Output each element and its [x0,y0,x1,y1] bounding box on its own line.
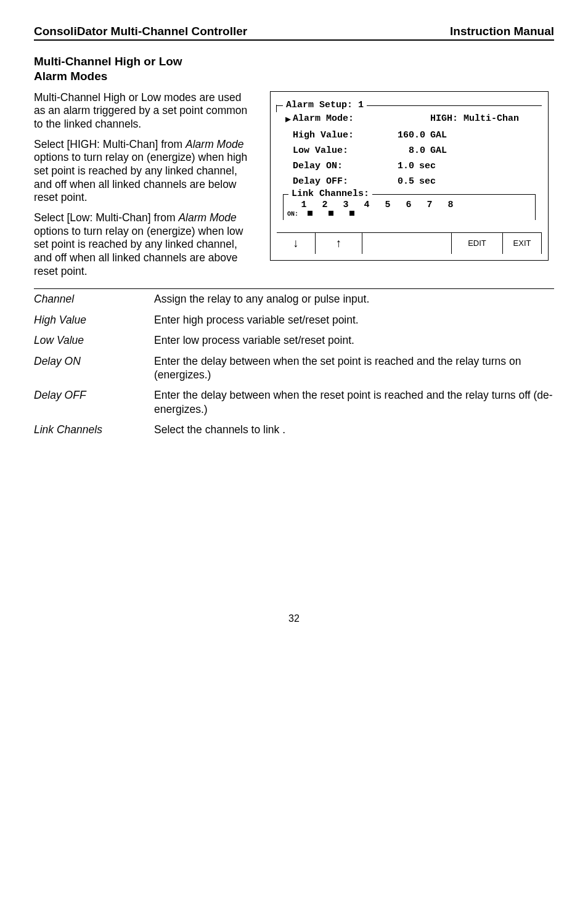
paragraph-3: Select [Low: Multi-Chan] from Alarm Mode… [34,211,253,278]
on-indicator-3 [341,210,362,218]
section-title-line1: Multi-Channel High or Low [34,54,554,69]
label-alarm-mode: Alarm Mode: [293,113,382,125]
def-term: High Value [34,313,154,327]
def-body: Enter the delay between when the set poi… [154,354,554,382]
unit-delay-on: sec [419,161,536,171]
channel-num-4: 4 [356,200,377,210]
body-text: Multi-Channel High or Low modes are used… [34,91,253,285]
on-indicator-2 [321,210,341,218]
on-indicators: ON: [287,210,531,218]
group-legend: Alarm Setup: 1 [283,100,367,110]
def-row-delay-off: Delay OFF Enter the delay between when t… [34,385,554,420]
lcd-display: Alarm Setup: 1 ▶ Alarm Mode: HIGH: Multi… [270,91,549,261]
channel-num-1: 1 [293,200,314,210]
def-row-link-channels: Link Channels Select the channels to lin… [34,420,554,440]
unit-high-value: GAL [430,130,536,141]
value-high-value: 160.0 [382,130,430,141]
def-term: Delay ON [34,354,154,368]
row-low-value: Low Value: 8.0 GAL [280,144,538,160]
def-body: Enter low process variable set/reset poi… [154,333,554,347]
link-channels-legend: Link Channels: [288,189,372,199]
definitions-list: Channel Assign the relay to any analog o… [34,289,554,440]
section-title: Multi-Channel High or Low Alarm Modes [34,54,554,84]
value-delay-off: 0.5 [382,176,419,187]
channel-num-7: 7 [419,200,440,210]
section-title-line2: Alarm Modes [34,69,554,84]
label-low-value: Low Value: [293,145,382,156]
channel-num-3: 3 [335,200,356,210]
link-channels-group: Link Channels: 12345678 ON: [283,194,536,220]
softkey-row: ↓ ↑ EDIT EXIT [277,232,542,254]
channel-numbers: 12345678 [287,200,531,210]
alarm-setup-group: Alarm Setup: 1 ▶ Alarm Mode: HIGH: Multi… [277,105,542,221]
value-delay-on: 1.0 [382,161,419,171]
label-delay-on: Delay ON: [293,161,382,171]
page-header: ConsoliDator Multi-Channel Controller In… [34,25,554,41]
def-row-high-value: High Value Enter high process variable s… [34,310,554,330]
paragraph-1: Multi-Channel High or Low modes are used… [34,91,253,131]
unit-alarm-mode: HIGH: Multi-Chan [430,113,536,125]
row-high-value: High Value: 160.0 GAL [280,129,538,144]
def-row-low-value: Low Value Enter low process variable set… [34,330,554,351]
down-button[interactable]: ↓ [277,233,316,254]
header-right: Instruction Manual [450,25,554,38]
on-label: ON: [287,211,300,218]
page-number: 32 [34,613,554,624]
channel-num-2: 2 [314,200,335,210]
header-left: ConsoliDator Multi-Channel Controller [34,25,247,38]
def-row-channel: Channel Assign the relay to any analog o… [34,289,554,309]
def-term: Link Channels [34,423,154,436]
row-alarm-mode: ▶ Alarm Mode: HIGH: Multi-Chan [280,112,538,129]
selector-arrow-icon: ▶ [285,113,293,125]
unit-low-value: GAL [430,145,536,156]
channel-num-6: 6 [398,200,419,210]
label-high-value: High Value: [293,130,382,141]
channel-num-5: 5 [377,200,398,210]
def-term: Channel [34,292,154,306]
channel-num-8: 8 [440,200,461,210]
exit-button[interactable]: EXIT [503,233,542,254]
row-delay-on: Delay ON: 1.0 sec [280,160,538,175]
def-term: Low Value [34,333,154,347]
def-body: Enter the delay between when the reset p… [154,388,554,416]
def-row-delay-on: Delay ON Enter the delay between when th… [34,351,554,386]
def-body: Select the channels to link . [154,423,554,436]
def-term: Delay OFF [34,388,154,402]
blank-button [362,233,452,254]
unit-delay-off: sec [419,176,536,187]
up-button[interactable]: ↑ [316,233,362,254]
def-body: Enter high process variable set/reset po… [154,313,554,327]
label-delay-off: Delay OFF: [293,176,382,187]
def-body: Assign the relay to any analog or pulse … [154,292,554,306]
edit-button[interactable]: EDIT [452,233,503,254]
on-indicator-1 [300,210,321,218]
value-low-value: 8.0 [382,145,430,156]
value-alarm-mode [382,113,430,125]
paragraph-2: Select [HIGH: Multi-Chan] from Alarm Mod… [34,138,253,205]
